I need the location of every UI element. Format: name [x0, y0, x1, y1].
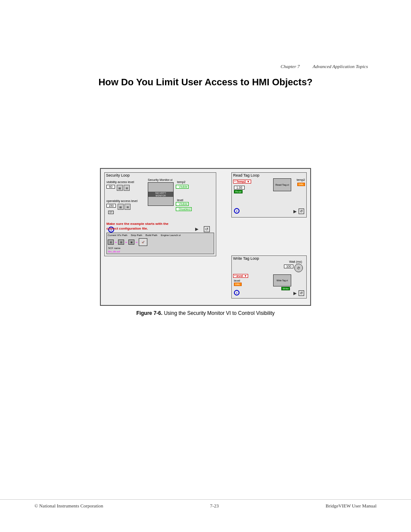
temp2-out-label: temp2 [177, 180, 185, 184]
figure-caption-text: Using the Security Monitor VI to Control… [164, 310, 274, 316]
dbl-badge: DBL [297, 183, 305, 186]
security-monitor-inner: SECURITYMONITOR [148, 192, 173, 197]
arrow-right-write: ▶ [293, 291, 297, 296]
tb-wire2 [125, 242, 127, 243]
header-line: Chapter 7 Advanced Application Topics [0, 64, 411, 69]
arrow-right-read: ▶ [293, 209, 297, 214]
gin-db-label: 6in_db.scf [108, 250, 120, 253]
level-tag-label: * level ▼ [233, 274, 248, 278]
warning-line1: Make sure the example starts with the [106, 222, 168, 226]
visible-box1: · Visible [176, 185, 189, 189]
toolbar-label-4: Engine Launch.vi [161, 234, 181, 236]
page-title: How Do You Limit User Access to HMI Obje… [0, 77, 411, 88]
toolbar-label-1: Current VI's Path [108, 234, 128, 236]
engine-launch-icon: 🚀 [139, 238, 147, 246]
warning-text: Make sure the example starts with the co… [106, 222, 208, 231]
figure-caption-prefix: Figure 7-6. [136, 310, 162, 316]
loop-refresh-write: ↺ [299, 290, 304, 296]
write-badge: Write [281, 287, 290, 290]
diagram-box: Security Loop visibility access level 60… [100, 168, 311, 306]
operability-label: operability access level [106, 199, 137, 202]
read-tag-loop-label: Read Tag Loop [232, 173, 306, 178]
footer-manual-title: BridgeVIEW User Manual [326, 503, 377, 508]
op-icon1: ▤ [118, 204, 124, 210]
chapter-title: Advanced Application Topics [313, 64, 368, 69]
scf-name-label: SCF name [108, 247, 121, 249]
footer-page-number: 7-23 [210, 503, 219, 508]
info-icon-write: i [234, 290, 240, 296]
tb-icon3: ▦ [128, 240, 134, 245]
op-icon2: ⊞ [125, 204, 131, 210]
vis-icon1: ▤ [117, 185, 123, 191]
figure-caption: Figure 7-6. Using the Security Monitor V… [100, 310, 311, 316]
info-icon-read: i [234, 208, 240, 214]
page-container: Chapter 7 Advanced Application Topics Ho… [0, 0, 411, 532]
footer-copyright: © National Instruments Corporation [34, 503, 103, 508]
num-100: 100 [284, 264, 293, 268]
security-loop: Security Loop visibility access level 60… [104, 172, 216, 256]
temp2-tag-label: * Temp2 ▼ [233, 180, 251, 184]
toolbar-area: Current VI's Path Strip Path Build Path … [106, 233, 214, 254]
t-block: T* [108, 211, 114, 214]
security-loop-label: Security Loop [105, 173, 216, 178]
dbl-badge-write: DBL [234, 283, 242, 286]
write-tag-loop: Write Tag Loop Wait (ms) 100 ⏱ * level ▼… [231, 255, 307, 299]
security-monitor-label: Security Monitor.vi [148, 178, 172, 181]
read-tag-vi: Read Tag.vi [273, 178, 291, 191]
vis-icon2: ⊞ [124, 185, 130, 191]
num-60: 60 [106, 185, 115, 189]
num-150: 150 [106, 204, 116, 208]
visible-box2: · Visible [176, 202, 189, 206]
write-tag-vi: Write Tag.vi [273, 274, 291, 286]
disabled-box: · Disabled [176, 207, 192, 211]
read-tag-loop: Read Tag Loop * Temp2 ▼ 1.00 Read Read T… [231, 172, 307, 218]
visibility-label: visibility access level [106, 180, 134, 184]
level-level-label: level [234, 279, 240, 282]
read-badge: Read [234, 190, 243, 193]
temp2-dbl-label: temp2 [297, 178, 305, 181]
loop-refresh-read: ↺ [299, 208, 304, 214]
figure-container: Security Loop visibility access level 60… [100, 168, 311, 316]
tb-wire1 [115, 242, 117, 243]
chapter-label: Chapter 7 [280, 64, 299, 69]
tb-icon1: ▥ [108, 240, 114, 245]
tb-icon2: ▧ [118, 240, 124, 245]
toolbar-label-2: Strip Path [131, 234, 142, 236]
level-label: level [177, 199, 183, 202]
clock-icon: ⏱ [294, 264, 303, 272]
num-1-00: 1.00 [234, 186, 245, 190]
warning-line2: correct configuration file. [106, 227, 148, 230]
tb-wire3 [136, 242, 137, 243]
wait-label: Wait (ms) [289, 260, 302, 263]
toolbar-label-3: Build Path [146, 234, 157, 236]
security-monitor-block: SECURITYMONITOR [148, 182, 174, 206]
footer: © National Instruments Corporation 7-23 … [0, 499, 411, 508]
